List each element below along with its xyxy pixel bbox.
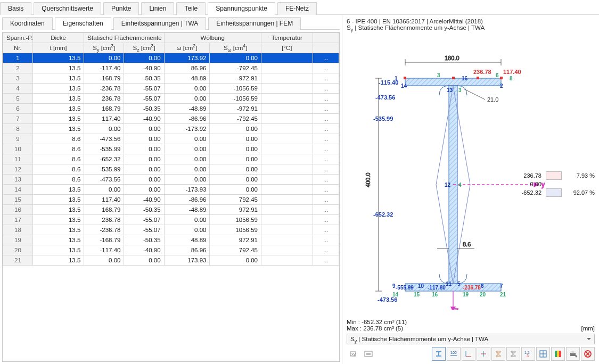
cell-t[interactable]: 13.5 (32, 124, 84, 134)
main-tab-punkte[interactable]: Punkte (103, 2, 139, 15)
cell-t[interactable]: 13.5 (32, 205, 84, 215)
cell-w[interactable]: 48.89 (164, 235, 210, 245)
cell-sz[interactable]: -55.07 (124, 94, 164, 104)
cell-temp[interactable] (261, 245, 313, 255)
cell-sw[interactable]: -792.45 (210, 114, 261, 124)
cell-w[interactable]: -173.93 (164, 185, 210, 195)
cell-sz[interactable]: 0.00 (124, 175, 164, 185)
table-row[interactable]: 2113.50.000.00173.930.00... (3, 255, 339, 266)
cell-sz[interactable]: -50.35 (124, 235, 164, 245)
cell-sz[interactable]: 0.00 (124, 255, 164, 266)
cell-sy[interactable]: -535.99 (84, 164, 124, 175)
cell-w[interactable]: 173.92 (164, 53, 210, 63)
cell-sz[interactable]: -50.35 (124, 73, 164, 84)
cell-sw[interactable]: -1056.59 (210, 84, 261, 94)
cell-t[interactable]: 8.6 (32, 144, 84, 154)
cell-sz[interactable]: -50.35 (124, 205, 164, 215)
sub-tab-0[interactable]: Koordinaten (2, 17, 53, 30)
cell-more-button[interactable]: ... (313, 73, 339, 84)
stress-points-table[interactable]: Spann.-P. Dicke Statische Flächenmomente… (2, 32, 340, 362)
cell-t[interactable]: 13.5 (32, 255, 84, 266)
cell-sy[interactable]: -117.40 (84, 63, 124, 73)
main-tab-teile[interactable]: Teile (176, 2, 206, 15)
cell-sz[interactable]: -40.90 (124, 195, 164, 205)
col-w[interactable]: ω [cm2] (164, 43, 210, 53)
cell-temp[interactable] (261, 53, 313, 63)
cell-more-button[interactable]: ... (313, 94, 339, 104)
col-extra[interactable] (313, 43, 339, 53)
cell-sy[interactable]: 117.40 (84, 114, 124, 124)
cell-w[interactable]: -48.89 (164, 104, 210, 114)
tool-numbers-icon[interactable]: 1.23 (521, 347, 535, 361)
cell-sw[interactable]: 972.91 (210, 235, 261, 245)
cell-nr[interactable]: 20 (3, 245, 33, 255)
cell-w[interactable]: 0.00 (164, 164, 210, 175)
cell-more-button[interactable]: ... (313, 205, 339, 215)
cell-more-button[interactable]: ... (313, 63, 339, 73)
cell-sy[interactable]: -117.40 (84, 245, 124, 255)
cell-sz[interactable]: -55.07 (124, 215, 164, 225)
table-row[interactable]: 1913.5-168.79-50.3548.89972.91... (3, 235, 339, 245)
section-preview[interactable]: 21.0 y z (347, 33, 595, 318)
cell-sy[interactable]: 168.79 (84, 104, 124, 114)
col-sz[interactable]: Sz [cm3] (124, 43, 164, 53)
table-row[interactable]: 138.6-473.560.000.000.00... (3, 175, 339, 185)
cell-more-button[interactable]: ... (313, 134, 339, 144)
cell-temp[interactable] (261, 215, 313, 225)
table-row[interactable]: 213.5-117.40-40.9086.96-792.45... (3, 63, 339, 73)
cell-more-button[interactable]: ... (313, 195, 339, 205)
cell-more-button[interactable]: ... (313, 84, 339, 94)
cell-sz[interactable]: 0.00 (124, 134, 164, 144)
cell-temp[interactable] (261, 225, 313, 235)
cell-sw[interactable]: -972.91 (210, 104, 261, 114)
col-sw[interactable]: Sω [cm4] (210, 43, 261, 53)
cell-more-button[interactable]: ... (313, 154, 339, 164)
cell-sw[interactable]: 0.00 (210, 255, 261, 266)
cell-w[interactable]: 0.00 (164, 144, 210, 154)
cell-t[interactable]: 13.5 (32, 53, 84, 63)
col-nr[interactable]: Nr. (3, 43, 33, 53)
cell-t[interactable]: 13.5 (32, 63, 84, 73)
table-row[interactable]: 813.50.000.00-173.920.00... (3, 124, 339, 134)
cell-more-button[interactable]: ... (313, 245, 339, 255)
main-tab-querschnittswerte[interactable]: Querschnittswerte (34, 2, 101, 15)
cell-more-button[interactable]: ... (313, 164, 339, 175)
cell-more-button[interactable]: ... (313, 124, 339, 134)
sub-tab-1[interactable]: Eigenschaften (55, 17, 111, 30)
cell-w[interactable]: 0.00 (164, 215, 210, 225)
col-group-warp[interactable]: Wölbung (164, 33, 261, 43)
cell-nr[interactable]: 18 (3, 225, 33, 235)
table-row[interactable]: 1513.5117.40-40.90-86.96792.45... (3, 195, 339, 205)
tool-values-icon[interactable]: xy (347, 347, 360, 361)
cell-sw[interactable]: 1056.59 (210, 215, 261, 225)
cell-temp[interactable] (261, 235, 313, 245)
tool-I1-icon[interactable] (491, 347, 505, 361)
cell-nr[interactable]: 3 (3, 73, 33, 84)
table-row[interactable]: 1413.50.000.00-173.930.00... (3, 185, 339, 195)
cell-t[interactable]: 8.6 (32, 164, 84, 175)
cell-nr[interactable]: 10 (3, 144, 33, 154)
cell-temp[interactable] (261, 124, 313, 134)
cell-sw[interactable]: 972.91 (210, 205, 261, 215)
cell-sz[interactable]: 0.00 (124, 164, 164, 175)
cell-temp[interactable] (261, 175, 313, 185)
cell-w[interactable]: 48.89 (164, 73, 210, 84)
cell-t[interactable]: 13.5 (32, 73, 84, 84)
cell-sz[interactable]: 0.00 (124, 154, 164, 164)
col-sy[interactable]: Sy [cm3] (84, 43, 124, 53)
main-tab-linien[interactable]: Linien (141, 2, 174, 15)
cell-w[interactable]: 173.93 (164, 255, 210, 266)
cell-temp[interactable] (261, 73, 313, 84)
result-type-dropdown[interactable]: Sy | Statische Flächenmomente um y-Achse… (347, 334, 595, 344)
cell-nr[interactable]: 13 (3, 175, 33, 185)
cell-sz[interactable]: -55.07 (124, 225, 164, 235)
cell-w[interactable]: 86.96 (164, 63, 210, 73)
cell-nr[interactable]: 7 (3, 114, 33, 124)
cell-t[interactable]: 13.5 (32, 104, 84, 114)
cell-temp[interactable] (261, 154, 313, 164)
cell-sy[interactable]: -236.78 (84, 84, 124, 94)
tool-section-icon[interactable] (432, 347, 446, 361)
cell-sy[interactable]: -168.79 (84, 73, 124, 84)
main-tab-fe-netz[interactable]: FE-Netz (277, 2, 317, 15)
col-t[interactable]: t [mm] (32, 43, 84, 53)
